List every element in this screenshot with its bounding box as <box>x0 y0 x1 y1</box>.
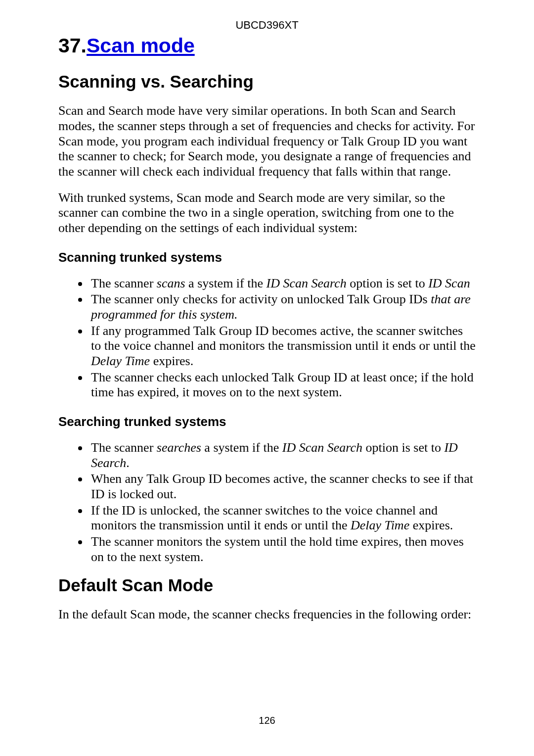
heading-default-scan-mode: Default Scan Mode <box>58 575 476 595</box>
text: The scanner <box>91 276 157 290</box>
list-item: The scanner only checks for activity on … <box>89 292 476 322</box>
italic-text: searches <box>157 440 201 455</box>
bullet-list: The scanner searches a system if the ID … <box>58 440 476 565</box>
italic-text: Delay Time <box>351 518 409 532</box>
list-item: If any programmed Talk Group ID becomes … <box>89 324 476 369</box>
paragraph: Scan and Search mode have very similar o… <box>58 103 476 179</box>
bullet-list: The scanner scans a system if the ID Sca… <box>58 276 476 400</box>
list-item: When any Talk Group ID becomes active, t… <box>89 472 476 502</box>
list-item: The scanner checks each unlocked Talk Gr… <box>89 370 476 400</box>
header-model: UBCD396XT <box>58 19 476 32</box>
text: a system if the <box>201 440 282 455</box>
italic-text: ID Scan Search <box>282 440 362 455</box>
italic-text: Delay Time <box>91 354 150 368</box>
text: If any programmed Talk Group ID becomes … <box>91 324 476 353</box>
paragraph: With trunked systems, Scan mode and Sear… <box>58 190 476 236</box>
text: expires. <box>150 354 193 368</box>
list-item: The scanner monitors the system until th… <box>89 534 476 565</box>
italic-text: ID Scan <box>428 276 470 290</box>
heading-scanning-vs-searching: Scanning vs. Searching <box>58 72 476 92</box>
text: The scanner <box>91 440 157 455</box>
paragraph: In the default Scan mode, the scanner ch… <box>58 607 476 622</box>
heading-searching-trunked: Searching trunked systems <box>58 414 476 429</box>
page-container: UBCD396XT 37.Scan mode Scanning vs. Sear… <box>0 0 534 756</box>
heading-scanning-trunked: Scanning trunked systems <box>58 250 476 265</box>
text: The scanner only checks for activity on … <box>91 292 431 306</box>
italic-text: scans <box>157 276 185 290</box>
text: a system if the <box>185 276 267 290</box>
text: option is set to <box>347 276 428 290</box>
text: option is set to <box>362 440 444 455</box>
document-title: 37.Scan mode <box>58 34 476 58</box>
title-link[interactable]: Scan mode <box>87 34 195 57</box>
page-number: 126 <box>0 715 534 726</box>
list-item: If the ID is unlocked, the scanner switc… <box>89 503 476 533</box>
text: expires. <box>409 518 453 532</box>
italic-text: ID Scan Search <box>267 276 347 290</box>
title-number: 37. <box>58 34 87 57</box>
list-item: The scanner scans a system if the ID Sca… <box>89 276 476 291</box>
text: . <box>126 456 130 470</box>
list-item: The scanner searches a system if the ID … <box>89 440 476 471</box>
